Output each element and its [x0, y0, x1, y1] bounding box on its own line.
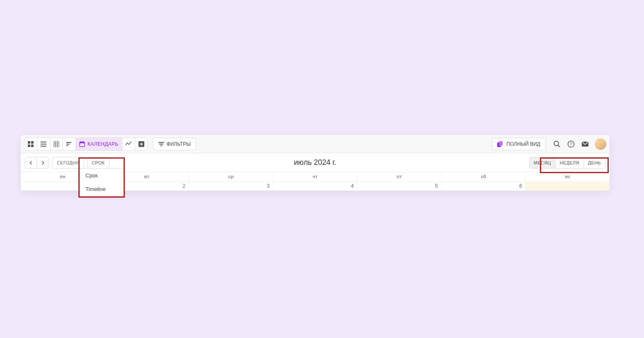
- cards-icon: [497, 141, 504, 147]
- view-kanban-button[interactable]: [24, 138, 37, 150]
- next-button[interactable]: [37, 157, 49, 168]
- calendar-title: июль 2024 г.: [294, 158, 336, 167]
- view-activity-button[interactable]: [122, 138, 135, 150]
- date-cell[interactable]: 6: [442, 182, 526, 191]
- day-header-fri: пт: [357, 172, 442, 182]
- svg-rect-2: [28, 145, 30, 147]
- svg-rect-6: [41, 146, 46, 147]
- range-switcher-group: МЕСЯЦ НЕДЕЛЯ ДЕНЬ: [529, 157, 605, 169]
- help-button[interactable]: ?: [565, 138, 577, 150]
- range-month-button[interactable]: МЕСЯЦ: [530, 157, 556, 168]
- date-cell[interactable]: 5: [357, 182, 442, 191]
- svg-rect-4: [41, 142, 46, 142]
- svg-rect-14: [66, 145, 68, 146]
- svg-rect-22: [158, 142, 164, 143]
- svg-rect-13: [66, 144, 70, 145]
- range-day-button[interactable]: ДЕНЬ: [584, 157, 605, 168]
- view-switcher-group: КАЛЕНДАРЬ: [24, 137, 148, 151]
- srok-option-timeline[interactable]: Timeline: [80, 182, 124, 196]
- svg-line-28: [558, 145, 560, 147]
- mail-button[interactable]: [579, 138, 591, 150]
- srok-dropdown-button[interactable]: СРОК: [87, 157, 109, 169]
- calendar-icon: [79, 141, 85, 147]
- date-cell[interactable]: 3: [189, 182, 273, 191]
- chevron-left-icon: [29, 161, 33, 165]
- search-icon: [553, 140, 561, 148]
- svg-rect-24: [160, 145, 162, 146]
- search-button[interactable]: [551, 138, 563, 150]
- srok-dropdown-menu: Срок Timeline: [80, 168, 125, 196]
- grid-icon: [53, 141, 59, 147]
- filters-label: ФИЛЬТРЫ: [167, 141, 191, 147]
- view-grid-button[interactable]: [50, 138, 63, 150]
- svg-rect-0: [28, 141, 30, 144]
- help-icon: ?: [567, 140, 575, 148]
- date-cell-today[interactable]: [526, 182, 610, 191]
- prev-button[interactable]: [25, 157, 37, 168]
- day-header-sat: сб: [442, 172, 526, 182]
- calendar-subbar: СЕГОДНЯ СРОК Срок Timeline июль 2024 г. …: [21, 153, 610, 172]
- view-add-button[interactable]: [135, 138, 148, 150]
- mail-icon: [581, 140, 589, 148]
- nav-arrow-group: [25, 157, 49, 169]
- full-view-label: ПОЛНЫЙ ВИД: [506, 141, 540, 147]
- day-header-wed: ср: [189, 172, 273, 182]
- range-week-button[interactable]: НЕДЕЛЯ: [556, 157, 584, 168]
- svg-text:?: ?: [570, 142, 572, 147]
- calendar-label: КАЛЕНДАРЬ: [87, 141, 119, 147]
- full-view-button[interactable]: ПОЛНЫЙ ВИД: [492, 138, 546, 150]
- filters-button[interactable]: ФИЛЬТРЫ: [153, 138, 196, 150]
- list-icon: [41, 141, 46, 147]
- today-button[interactable]: СЕГОДНЯ: [52, 157, 84, 169]
- svg-rect-16: [80, 142, 85, 143]
- svg-rect-1: [31, 141, 34, 144]
- main-toolbar: КАЛЕНДАРЬ ФИЛЬТРЫ ПОЛ: [21, 135, 610, 153]
- srok-option-srok[interactable]: Срок: [80, 169, 124, 182]
- user-avatar[interactable]: [595, 138, 606, 150]
- svg-rect-26: [499, 141, 503, 146]
- svg-rect-12: [66, 142, 71, 143]
- view-sort-button[interactable]: [63, 138, 76, 150]
- add-icon: [139, 141, 144, 147]
- app-container: КАЛЕНДАРЬ ФИЛЬТРЫ ПОЛ: [21, 135, 610, 191]
- date-cell[interactable]: 4: [273, 182, 357, 191]
- svg-rect-7: [53, 141, 59, 147]
- day-header-sun: вс: [526, 172, 610, 182]
- svg-point-27: [554, 141, 559, 146]
- filter-icon: [158, 141, 164, 147]
- activity-icon: [126, 141, 131, 147]
- view-list-button[interactable]: [37, 138, 50, 150]
- svg-rect-5: [41, 144, 46, 145]
- svg-rect-3: [31, 145, 34, 147]
- sort-icon: [66, 141, 72, 147]
- day-header-thu: чт: [273, 172, 357, 182]
- kanban-icon: [28, 141, 34, 147]
- view-calendar-button[interactable]: КАЛЕНДАРЬ: [76, 138, 122, 150]
- chevron-right-icon: [41, 161, 45, 165]
- svg-rect-23: [159, 144, 163, 145]
